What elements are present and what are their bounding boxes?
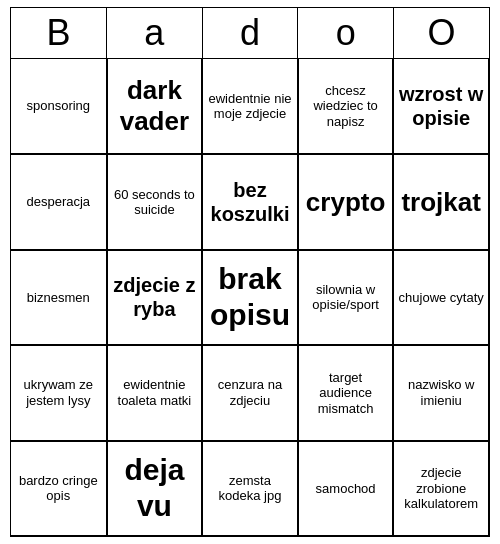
cell-2-2: brak opisu [202, 250, 298, 345]
cell-0-4: wzrost w opisie [393, 59, 489, 154]
header-letter-2: d [203, 7, 299, 58]
header-letter-4: O [394, 7, 490, 58]
cell-2-4: chujowe cytaty [393, 250, 489, 345]
cell-0-0: sponsoring [11, 59, 107, 154]
cell-0-3: chcesz wiedziec to napisz [298, 59, 394, 154]
cell-1-1: 60 seconds to suicide [107, 154, 203, 249]
header-letter-3: o [298, 7, 394, 58]
bingo-grid: sponsoringdark vaderewidentnie nie moje … [10, 58, 490, 537]
cell-2-1: zdjecie z ryba [107, 250, 203, 345]
cell-3-2: cenzura na zdjeciu [202, 345, 298, 440]
cell-4-4: zdjecie zrobione kalkulatorem [393, 441, 489, 536]
cell-1-3: crypto [298, 154, 394, 249]
cell-4-2: zemsta kodeka jpg [202, 441, 298, 536]
cell-2-0: biznesmen [11, 250, 107, 345]
bingo-card: BadoO sponsoringdark vaderewidentnie nie… [10, 7, 490, 537]
cell-3-4: nazwisko w imieniu [393, 345, 489, 440]
header-letter-1: a [107, 7, 203, 58]
cell-1-2: bez koszulki [202, 154, 298, 249]
cell-4-3: samochod [298, 441, 394, 536]
header-letter-0: B [10, 7, 107, 58]
cell-0-1: dark vader [107, 59, 203, 154]
cell-1-4: trojkat [393, 154, 489, 249]
cell-3-0: ukrywam ze jestem lysy [11, 345, 107, 440]
cell-4-0: bardzo cringe opis [11, 441, 107, 536]
cell-3-3: target audience mismatch [298, 345, 394, 440]
cell-0-2: ewidentnie nie moje zdjecie [202, 59, 298, 154]
bingo-header: BadoO [10, 7, 490, 58]
cell-3-1: ewidentnie toaleta matki [107, 345, 203, 440]
cell-4-1: deja vu [107, 441, 203, 536]
cell-2-3: silownia w opisie/sport [298, 250, 394, 345]
cell-1-0: desperacja [11, 154, 107, 249]
